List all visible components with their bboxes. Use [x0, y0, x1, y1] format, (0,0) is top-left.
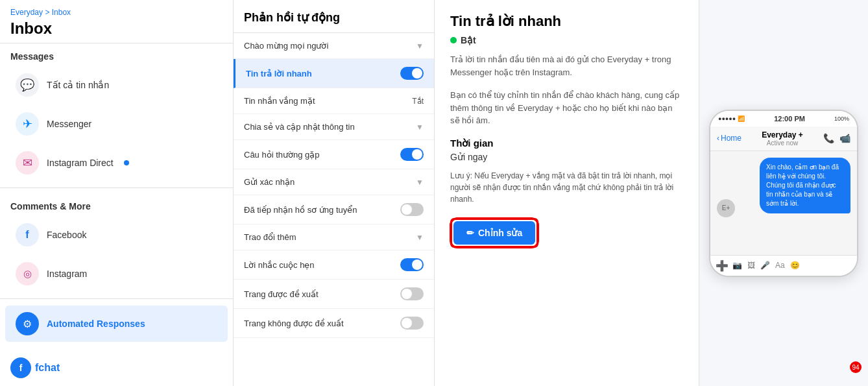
detail-note: Lưu ý: Nếu Everyday + vắng mặt và đã bật…	[450, 170, 683, 205]
page-title: Inbox	[10, 19, 223, 38]
response-label: Đã tiếp nhận hồ sơ ứng tuyển	[244, 205, 357, 215]
chevron-down-icon: ▼	[416, 178, 424, 187]
instagram-direct-badge	[124, 160, 129, 165]
middle-panel-header: Phản hồi tự động	[234, 0, 434, 33]
phone-messages-area: E+ Xin chào, cảm ơn bạn đã liên hệ với c…	[710, 151, 857, 255]
response-item-tin-nhan-vang-mat[interactable]: Tin nhắn vắng mặt Tắt	[234, 88, 434, 114]
detail-description-2: Bạn có thể tùy chỉnh tin nhắn để chào kh…	[450, 89, 683, 127]
fchat-logo-area: f fchat	[0, 352, 233, 386]
facebook-icon: f	[16, 223, 39, 247]
response-item-left: Chào mừng mọi người	[244, 41, 328, 51]
automated-responses-icon: ⚙	[16, 312, 39, 335]
trang-de-xuat-toggle[interactable]	[400, 287, 424, 300]
camera-icon[interactable]: 📷	[732, 261, 742, 270]
sidebar: Everyday > Inbox Inbox Messages 💬 Tất cả…	[0, 0, 234, 386]
phone-time: 12:00 PM	[774, 115, 805, 123]
tin-tra-loi-nhanh-toggle[interactable]	[400, 67, 424, 80]
phone-contact-name: Everyday +	[762, 130, 803, 139]
sidebar-item-facebook[interactable]: f Facebook	[5, 217, 228, 253]
detail-title: Tin trả lời nhanh	[450, 13, 683, 30]
response-item-trang-de-xuat[interactable]: Trang được đề xuất	[234, 280, 434, 309]
phone-back-label: Home	[721, 134, 741, 143]
response-item-loi-nhac[interactable]: Lời nhắc cuộc hẹn	[234, 250, 434, 280]
phone-input-bar: ➕ 📷 🖼 🎤 Aa 😊	[710, 255, 857, 276]
response-item-chia-se[interactable]: Chia sẻ và cập nhật thông tin ▼	[234, 114, 434, 140]
breadcrumb: Everyday > Inbox	[10, 8, 223, 17]
messages-section-label: Messages	[0, 43, 233, 66]
status-row: Bật	[450, 35, 683, 45]
response-label: Trang không được đề xuất	[244, 319, 344, 328]
phone-back-button[interactable]: ‹ Home	[717, 134, 741, 143]
trang-khong-de-xuat-toggle[interactable]	[400, 317, 424, 330]
response-label: Trao đổi thêm	[244, 232, 296, 242]
response-item-left: Câu hỏi thường gặp	[244, 150, 320, 160]
status-dot-icon	[450, 37, 457, 43]
phone-input-icons: 📷 🖼 🎤 Aa 😊	[732, 261, 800, 270]
breadcrumb-parent: Everyday	[10, 8, 43, 17]
response-label: Chia sẻ và cập nhật thông tin	[244, 122, 355, 132]
instagram-icon: ◎	[16, 262, 39, 285]
edit-button[interactable]: ✏ Chỉnh sửa	[453, 221, 535, 245]
edit-button-wrapper: ✏ Chỉnh sửa	[450, 218, 538, 248]
mic-icon[interactable]: 🎤	[760, 261, 770, 270]
image-icon[interactable]: 🖼	[747, 261, 755, 270]
instagram-direct-icon: ✉	[16, 151, 39, 175]
divider-1	[0, 187, 233, 188]
response-label: Chào mừng mọi người	[244, 41, 328, 51]
breadcrumb-current: Inbox	[52, 8, 71, 17]
phone-call-icon[interactable]: 📞	[823, 133, 834, 143]
response-item-left: Gửi xác nhận	[244, 177, 295, 187]
fchat-icon: f	[10, 357, 31, 378]
add-icon[interactable]: ➕	[716, 259, 729, 272]
middle-panel: Phản hồi tự động Chào mừng mọi người ▼ T…	[234, 0, 435, 386]
response-label: Tin nhắn vắng mặt	[244, 96, 315, 106]
phone-preview-panel: ●●●●● 📶 12:00 PM 100% ‹ Home Everyday + …	[699, 0, 868, 386]
response-item-da-tiep-nhan[interactable]: Đã tiếp nhận hồ sơ ứng tuyển	[234, 195, 434, 224]
phone-action-icons: 📞 📹	[823, 133, 850, 143]
sidebar-header: Everyday > Inbox Inbox	[0, 0, 233, 43]
status-text: Tắt	[412, 97, 424, 106]
all-messages-icon: 💬	[16, 73, 39, 97]
sidebar-item-label: Instagram Direct	[47, 158, 114, 168]
sidebar-item-label: Tất cả tin nhắn	[47, 80, 109, 90]
sidebar-item-instagram[interactable]: ◎ Instagram	[5, 256, 228, 292]
cau-hoi-toggle[interactable]	[400, 148, 424, 161]
response-item-gui-xac-nhan[interactable]: Gửi xác nhận ▼	[234, 169, 434, 195]
da-tiep-nhan-toggle[interactable]	[400, 203, 424, 216]
sidebar-item-instagram-direct[interactable]: ✉ Instagram Direct	[5, 145, 228, 181]
detail-time-value: Gửi ngay	[450, 152, 683, 162]
signal-area: ●●●●● 📶	[718, 115, 745, 122]
fchat-text: fchat	[35, 362, 60, 374]
phone-nav-bar: ‹ Home Everyday + Active now 📞 📹	[710, 127, 857, 151]
response-item-left: Trang được đề xuất	[244, 289, 319, 299]
response-label: Câu hỏi thường gặp	[244, 150, 320, 160]
phone-video-icon[interactable]: 📹	[839, 133, 850, 143]
sidebar-item-messenger[interactable]: ✈ Messenger	[5, 106, 228, 142]
loi-nhac-toggle[interactable]	[400, 258, 424, 271]
chat-bubble: Xin chào, cảm ơn bạn đã liên hệ với chún…	[760, 158, 850, 213]
status-on-label: Bật	[461, 35, 476, 45]
chevron-down-icon: ▼	[416, 123, 424, 132]
signal-dots: ●●●●●	[718, 115, 736, 122]
response-item-chao-mung[interactable]: Chào mừng mọi người ▼	[234, 33, 434, 59]
sidebar-item-all-messages[interactable]: 💬 Tất cả tin nhắn	[5, 67, 228, 103]
sidebar-item-label: Automated Responses	[47, 319, 145, 329]
sidebar-item-label: Facebook	[47, 230, 86, 240]
response-item-trao-doi-them[interactable]: Trao đổi thêm ▼	[234, 224, 434, 250]
emoji-icon[interactable]: 😊	[790, 261, 800, 270]
response-item-trang-khong-de-xuat[interactable]: Trang không được đề xuất	[234, 309, 434, 338]
sidebar-item-automated-responses[interactable]: ⚙ Automated Responses	[5, 306, 228, 342]
divider-2	[0, 298, 233, 299]
phone-contact-info: Everyday + Active now	[762, 130, 803, 147]
phone-status-bar: ●●●●● 📶 12:00 PM 100%	[710, 111, 857, 127]
notification-count: 94	[852, 364, 859, 371]
notification-badge: 94	[850, 361, 862, 373]
response-item-left: Lời nhắc cuộc hẹn	[244, 260, 315, 270]
keyboard-aa-icon[interactable]: Aa	[775, 261, 785, 270]
response-item-left: Tin trả lời nhanh	[246, 69, 312, 78]
response-item-cau-hoi[interactable]: Câu hỏi thường gặp	[234, 140, 434, 169]
avatar: E+	[717, 199, 735, 217]
sidebar-item-label: Instagram	[47, 269, 87, 279]
response-item-tin-tra-loi-nhanh[interactable]: Tin trả lời nhanh	[234, 59, 434, 88]
chevron-down-icon: ▼	[416, 42, 424, 51]
